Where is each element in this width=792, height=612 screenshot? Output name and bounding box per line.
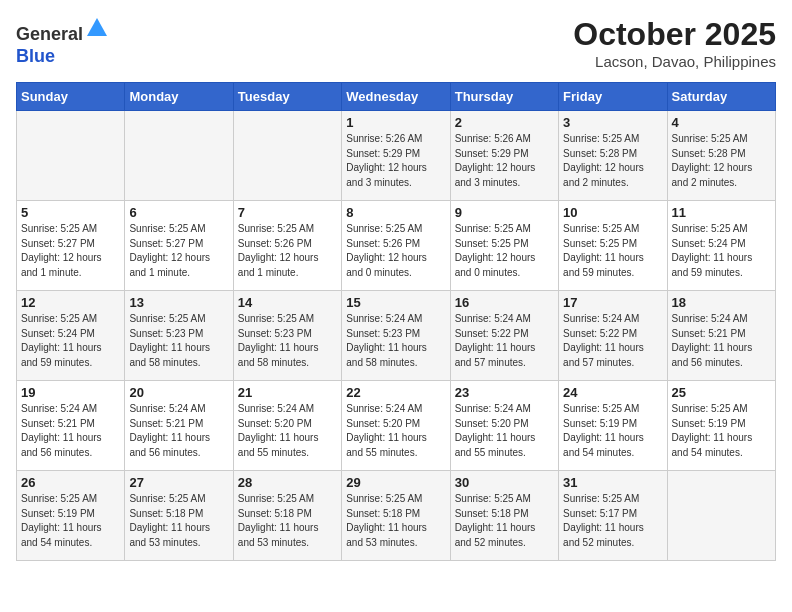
calendar-cell: 24Sunrise: 5:25 AM Sunset: 5:19 PM Dayli…	[559, 381, 667, 471]
calendar-row-3: 12Sunrise: 5:25 AM Sunset: 5:24 PM Dayli…	[17, 291, 776, 381]
day-number: 5	[21, 205, 120, 220]
day-number: 31	[563, 475, 662, 490]
cell-info: Sunrise: 5:25 AM Sunset: 5:23 PM Dayligh…	[238, 312, 337, 370]
col-header-monday: Monday	[125, 83, 233, 111]
calendar-header-row: SundayMondayTuesdayWednesdayThursdayFrid…	[17, 83, 776, 111]
day-number: 2	[455, 115, 554, 130]
calendar-cell	[667, 471, 775, 561]
calendar-row-2: 5Sunrise: 5:25 AM Sunset: 5:27 PM Daylig…	[17, 201, 776, 291]
calendar-cell: 6Sunrise: 5:25 AM Sunset: 5:27 PM Daylig…	[125, 201, 233, 291]
calendar-cell: 29Sunrise: 5:25 AM Sunset: 5:18 PM Dayli…	[342, 471, 450, 561]
cell-info: Sunrise: 5:25 AM Sunset: 5:18 PM Dayligh…	[455, 492, 554, 550]
calendar-cell: 3Sunrise: 5:25 AM Sunset: 5:28 PM Daylig…	[559, 111, 667, 201]
cell-info: Sunrise: 5:24 AM Sunset: 5:22 PM Dayligh…	[455, 312, 554, 370]
calendar-cell: 28Sunrise: 5:25 AM Sunset: 5:18 PM Dayli…	[233, 471, 341, 561]
calendar-cell	[233, 111, 341, 201]
calendar-cell: 10Sunrise: 5:25 AM Sunset: 5:25 PM Dayli…	[559, 201, 667, 291]
svg-marker-0	[87, 18, 107, 36]
calendar-cell: 18Sunrise: 5:24 AM Sunset: 5:21 PM Dayli…	[667, 291, 775, 381]
calendar-cell: 11Sunrise: 5:25 AM Sunset: 5:24 PM Dayli…	[667, 201, 775, 291]
day-number: 8	[346, 205, 445, 220]
day-number: 10	[563, 205, 662, 220]
cell-info: Sunrise: 5:25 AM Sunset: 5:24 PM Dayligh…	[672, 222, 771, 280]
title-section: October 2025 Lacson, Davao, Philippines	[573, 16, 776, 70]
cell-info: Sunrise: 5:25 AM Sunset: 5:26 PM Dayligh…	[346, 222, 445, 280]
cell-info: Sunrise: 5:24 AM Sunset: 5:22 PM Dayligh…	[563, 312, 662, 370]
day-number: 1	[346, 115, 445, 130]
col-header-sunday: Sunday	[17, 83, 125, 111]
calendar-cell: 1Sunrise: 5:26 AM Sunset: 5:29 PM Daylig…	[342, 111, 450, 201]
logo-general-text: General	[16, 24, 83, 44]
day-number: 4	[672, 115, 771, 130]
day-number: 17	[563, 295, 662, 310]
calendar-cell: 7Sunrise: 5:25 AM Sunset: 5:26 PM Daylig…	[233, 201, 341, 291]
day-number: 13	[129, 295, 228, 310]
day-number: 26	[21, 475, 120, 490]
cell-info: Sunrise: 5:24 AM Sunset: 5:21 PM Dayligh…	[21, 402, 120, 460]
calendar-table: SundayMondayTuesdayWednesdayThursdayFrid…	[16, 82, 776, 561]
day-number: 7	[238, 205, 337, 220]
calendar-cell: 16Sunrise: 5:24 AM Sunset: 5:22 PM Dayli…	[450, 291, 558, 381]
cell-info: Sunrise: 5:25 AM Sunset: 5:23 PM Dayligh…	[129, 312, 228, 370]
day-number: 12	[21, 295, 120, 310]
cell-info: Sunrise: 5:24 AM Sunset: 5:21 PM Dayligh…	[672, 312, 771, 370]
cell-info: Sunrise: 5:25 AM Sunset: 5:24 PM Dayligh…	[21, 312, 120, 370]
col-header-saturday: Saturday	[667, 83, 775, 111]
day-number: 19	[21, 385, 120, 400]
cell-info: Sunrise: 5:24 AM Sunset: 5:20 PM Dayligh…	[238, 402, 337, 460]
day-number: 9	[455, 205, 554, 220]
cell-info: Sunrise: 5:26 AM Sunset: 5:29 PM Dayligh…	[346, 132, 445, 190]
cell-info: Sunrise: 5:24 AM Sunset: 5:23 PM Dayligh…	[346, 312, 445, 370]
calendar-row-4: 19Sunrise: 5:24 AM Sunset: 5:21 PM Dayli…	[17, 381, 776, 471]
cell-info: Sunrise: 5:25 AM Sunset: 5:27 PM Dayligh…	[21, 222, 120, 280]
calendar-cell: 25Sunrise: 5:25 AM Sunset: 5:19 PM Dayli…	[667, 381, 775, 471]
cell-info: Sunrise: 5:24 AM Sunset: 5:20 PM Dayligh…	[346, 402, 445, 460]
day-number: 3	[563, 115, 662, 130]
calendar-cell: 13Sunrise: 5:25 AM Sunset: 5:23 PM Dayli…	[125, 291, 233, 381]
day-number: 23	[455, 385, 554, 400]
calendar-row-5: 26Sunrise: 5:25 AM Sunset: 5:19 PM Dayli…	[17, 471, 776, 561]
day-number: 20	[129, 385, 228, 400]
day-number: 28	[238, 475, 337, 490]
cell-info: Sunrise: 5:25 AM Sunset: 5:19 PM Dayligh…	[563, 402, 662, 460]
calendar-cell: 15Sunrise: 5:24 AM Sunset: 5:23 PM Dayli…	[342, 291, 450, 381]
cell-info: Sunrise: 5:25 AM Sunset: 5:26 PM Dayligh…	[238, 222, 337, 280]
calendar-cell: 22Sunrise: 5:24 AM Sunset: 5:20 PM Dayli…	[342, 381, 450, 471]
day-number: 15	[346, 295, 445, 310]
cell-info: Sunrise: 5:25 AM Sunset: 5:25 PM Dayligh…	[455, 222, 554, 280]
calendar-cell: 30Sunrise: 5:25 AM Sunset: 5:18 PM Dayli…	[450, 471, 558, 561]
cell-info: Sunrise: 5:25 AM Sunset: 5:28 PM Dayligh…	[563, 132, 662, 190]
calendar-cell: 9Sunrise: 5:25 AM Sunset: 5:25 PM Daylig…	[450, 201, 558, 291]
cell-info: Sunrise: 5:25 AM Sunset: 5:18 PM Dayligh…	[238, 492, 337, 550]
calendar-cell: 19Sunrise: 5:24 AM Sunset: 5:21 PM Dayli…	[17, 381, 125, 471]
calendar-cell: 8Sunrise: 5:25 AM Sunset: 5:26 PM Daylig…	[342, 201, 450, 291]
cell-info: Sunrise: 5:24 AM Sunset: 5:20 PM Dayligh…	[455, 402, 554, 460]
col-header-tuesday: Tuesday	[233, 83, 341, 111]
logo-blue-text: Blue	[16, 46, 55, 66]
calendar-cell: 23Sunrise: 5:24 AM Sunset: 5:20 PM Dayli…	[450, 381, 558, 471]
calendar-cell: 5Sunrise: 5:25 AM Sunset: 5:27 PM Daylig…	[17, 201, 125, 291]
day-number: 18	[672, 295, 771, 310]
calendar-row-1: 1Sunrise: 5:26 AM Sunset: 5:29 PM Daylig…	[17, 111, 776, 201]
day-number: 27	[129, 475, 228, 490]
cell-info: Sunrise: 5:25 AM Sunset: 5:19 PM Dayligh…	[21, 492, 120, 550]
cell-info: Sunrise: 5:25 AM Sunset: 5:25 PM Dayligh…	[563, 222, 662, 280]
day-number: 24	[563, 385, 662, 400]
day-number: 25	[672, 385, 771, 400]
month-title: October 2025	[573, 16, 776, 53]
col-header-thursday: Thursday	[450, 83, 558, 111]
day-number: 21	[238, 385, 337, 400]
calendar-cell: 14Sunrise: 5:25 AM Sunset: 5:23 PM Dayli…	[233, 291, 341, 381]
calendar-cell: 31Sunrise: 5:25 AM Sunset: 5:17 PM Dayli…	[559, 471, 667, 561]
calendar-cell: 17Sunrise: 5:24 AM Sunset: 5:22 PM Dayli…	[559, 291, 667, 381]
calendar-cell: 27Sunrise: 5:25 AM Sunset: 5:18 PM Dayli…	[125, 471, 233, 561]
calendar-cell: 20Sunrise: 5:24 AM Sunset: 5:21 PM Dayli…	[125, 381, 233, 471]
cell-info: Sunrise: 5:24 AM Sunset: 5:21 PM Dayligh…	[129, 402, 228, 460]
day-number: 29	[346, 475, 445, 490]
calendar-cell	[125, 111, 233, 201]
cell-info: Sunrise: 5:26 AM Sunset: 5:29 PM Dayligh…	[455, 132, 554, 190]
location-title: Lacson, Davao, Philippines	[573, 53, 776, 70]
calendar-cell: 26Sunrise: 5:25 AM Sunset: 5:19 PM Dayli…	[17, 471, 125, 561]
page-header: General Blue October 2025 Lacson, Davao,…	[16, 16, 776, 70]
logo-icon	[85, 16, 109, 40]
